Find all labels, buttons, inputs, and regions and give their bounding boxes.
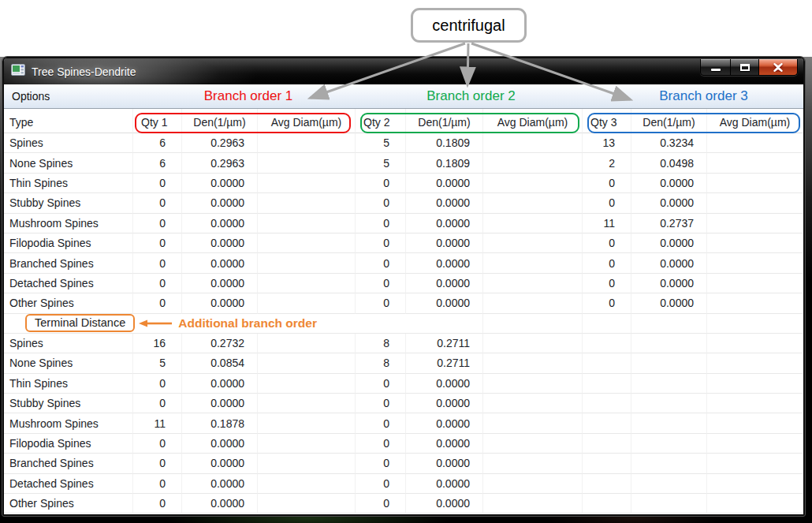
title-bar[interactable]: Tree Spines-Dendrite: [4, 58, 803, 84]
cell: [707, 193, 803, 213]
terminal-distance-annotation: Terminal Distance Additional branch orde…: [4, 314, 406, 334]
maximize-icon: [740, 64, 750, 71]
table-row[interactable]: Stubby Spines00.000000.0000: [4, 394, 803, 413]
table-row[interactable]: Spines60.296350.1809130.3234: [4, 133, 803, 153]
column-header-type[interactable]: Type: [4, 109, 133, 133]
cell: 0: [356, 233, 406, 253]
cell: [483, 434, 583, 454]
cell: 0.0000: [406, 193, 483, 213]
cell: 0: [133, 434, 182, 454]
cell: [258, 374, 356, 394]
table-row[interactable]: Detached Spines00.000000.000000.0000: [4, 274, 803, 293]
column-header-qty1[interactable]: Qty 1: [133, 109, 182, 133]
close-button[interactable]: [759, 59, 797, 75]
cell: 0: [356, 434, 406, 454]
table-row[interactable]: Thin Spines00.000000.000000.0000: [4, 174, 803, 193]
cell: 0.2732: [182, 334, 258, 353]
row-type-label: Spines: [4, 133, 133, 153]
menu-item-options[interactable]: Options: [4, 90, 58, 103]
cell: 0.0000: [182, 474, 258, 494]
cell: 0: [133, 494, 182, 514]
cell: 0.0000: [406, 374, 483, 394]
row-type-label: Stubby Spines: [4, 394, 133, 413]
cell: 0: [356, 474, 406, 494]
table-row[interactable]: Thin Spines00.000000.0000: [4, 374, 803, 394]
cell: 0.0000: [182, 274, 258, 293]
table-row[interactable]: Branched Spines00.000000.000000.0000: [4, 253, 803, 273]
column-header-qty2[interactable]: Qty 2: [356, 109, 406, 133]
cell: 0: [356, 214, 406, 233]
row-type-label: Thin Spines: [4, 174, 133, 193]
column-header-qty3[interactable]: Qty 3: [583, 109, 631, 133]
column-header-den3[interactable]: Den(1/µm): [631, 109, 707, 133]
cell: [258, 494, 356, 514]
table-header-row: Type Qty 1 Den(1/µm) Avg Diam(µm) Qty 2 …: [4, 109, 803, 133]
cell: [707, 334, 803, 353]
row-type-label: None Spines: [4, 153, 133, 173]
cell: 11: [583, 214, 631, 233]
row-type-label: Detached Spines: [4, 474, 133, 494]
table-row[interactable]: Mushroom Spines110.187800.0000: [4, 413, 803, 433]
table-row[interactable]: Filopodia Spines00.000000.0000: [4, 434, 803, 454]
column-header-avgdiam1[interactable]: Avg Diam(µm): [258, 109, 356, 133]
row-type-label: None Spines: [4, 353, 133, 373]
table-row[interactable]: None Spines60.296350.180920.0498: [4, 153, 803, 173]
cell: [258, 454, 356, 473]
cell: 0.1809: [406, 133, 483, 153]
table-row[interactable]: Other Spines00.000000.0000: [4, 494, 803, 514]
cell: [258, 413, 356, 433]
cell: 5: [356, 133, 406, 153]
terminal-distance-row[interactable]: Terminal Distance Additional branch orde…: [4, 314, 803, 334]
cell: 2: [583, 153, 631, 173]
cell: [631, 434, 707, 454]
cell: [707, 394, 803, 413]
table-row[interactable]: Stubby Spines00.000000.000000.0000: [4, 193, 803, 213]
cell: [258, 233, 356, 253]
cell: 0.0000: [406, 454, 483, 473]
cell: [258, 133, 356, 153]
cell: 0.0000: [182, 374, 258, 394]
cell: 0.0854: [182, 353, 258, 373]
row-type-label: Branched Spines: [4, 253, 133, 273]
table-row[interactable]: Other Spines00.000000.000000.0000: [4, 293, 803, 313]
cell: 0: [133, 454, 182, 473]
cell: [483, 293, 583, 313]
maximize-button[interactable]: [731, 59, 759, 75]
cell: 0.0000: [631, 274, 707, 293]
cell: [707, 314, 803, 334]
branch-order-2-label: Branch order 2: [359, 84, 583, 108]
table-row[interactable]: Spines160.273280.2711: [4, 334, 803, 353]
cell: 0.0000: [182, 494, 258, 514]
additional-branch-order-label: Additional branch order: [178, 316, 317, 331]
table-row[interactable]: Mushroom Spines00.000000.0000110.2737: [4, 214, 803, 233]
cell: 0.2963: [182, 153, 258, 173]
column-header-avgdiam2[interactable]: Avg Diam(µm): [483, 109, 583, 133]
cell: 8: [356, 353, 406, 373]
cell: [483, 454, 583, 473]
table-row[interactable]: Branched Spines00.000000.0000: [4, 454, 803, 473]
cell: 0.0498: [631, 153, 707, 173]
table-row[interactable]: Filopodia Spines00.000000.000000.0000: [4, 233, 803, 253]
column-header-den2[interactable]: Den(1/µm): [406, 109, 483, 133]
cell: [483, 253, 583, 273]
cell: [631, 494, 707, 514]
column-header-avgdiam3[interactable]: Avg Diam(µm): [707, 109, 803, 133]
table-row[interactable]: Detached Spines00.000000.0000: [4, 474, 803, 494]
cell: [258, 293, 356, 313]
cell: [258, 193, 356, 213]
table-row[interactable]: None Spines50.085480.2711: [4, 353, 803, 373]
minimize-button[interactable]: [701, 59, 731, 75]
row-type-label: Filopodia Spines: [4, 233, 133, 253]
cell: [707, 153, 803, 173]
cell: [583, 394, 631, 413]
cell: [258, 334, 356, 353]
cell: 0.0000: [182, 434, 258, 454]
cell: 0.0000: [631, 253, 707, 273]
column-header-den1[interactable]: Den(1/µm): [182, 109, 258, 133]
cell: 6: [133, 133, 182, 153]
cell: [707, 474, 803, 494]
cell: 0.0000: [182, 174, 258, 193]
centrifugal-label: centrifugal: [432, 17, 505, 35]
cell: [483, 334, 583, 353]
cell: [631, 353, 707, 373]
